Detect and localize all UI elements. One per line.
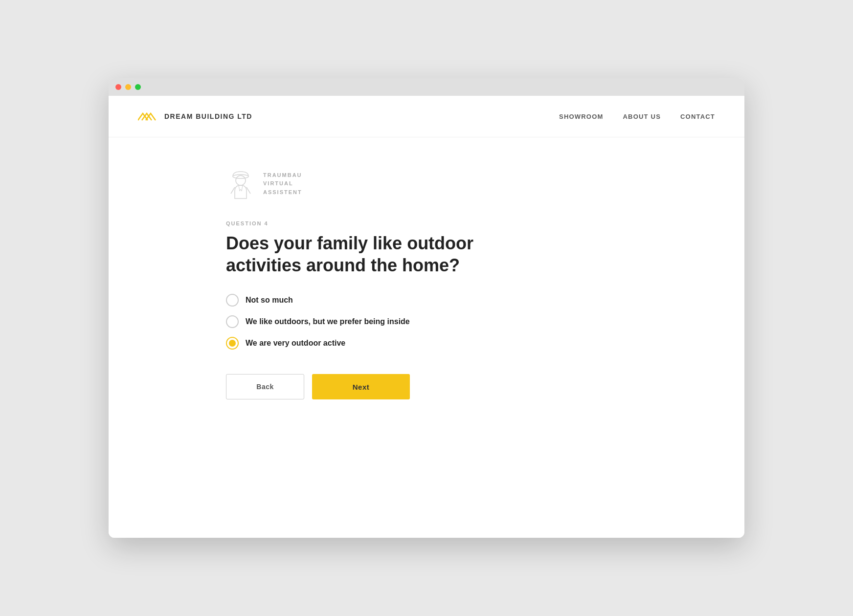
assistant-text: TRAUMBAU VIRTUAL ASSISTENT [263, 171, 302, 197]
option-2[interactable]: We like outdoors, but we prefer being in… [226, 315, 715, 328]
brand: DREAM BUILDING LTD [138, 110, 252, 123]
question-label: QUESTION 4 [226, 220, 715, 226]
brand-logo [138, 110, 158, 123]
assistant-badge: TRAUMBAU VIRTUAL ASSISTENT [226, 167, 715, 201]
options-list: Not so much We like outdoors, but we pre… [226, 294, 715, 350]
nav-links: SHOWROOM ABOUT US CONTACT [559, 113, 715, 120]
title-bar [109, 78, 744, 96]
maximize-dot[interactable] [135, 84, 141, 90]
navbar: DREAM BUILDING LTD SHOWROOM ABOUT US CON… [109, 96, 744, 137]
question-title: Does your family like outdoor activities… [226, 232, 480, 276]
nav-about[interactable]: ABOUT US [623, 113, 661, 120]
radio-2[interactable] [226, 315, 239, 328]
option-3-label: We are very outdoor active [246, 339, 345, 348]
next-button[interactable]: Next [312, 374, 410, 399]
browser-content: DREAM BUILDING LTD SHOWROOM ABOUT US CON… [109, 96, 744, 538]
browser-window: DREAM BUILDING LTD SHOWROOM ABOUT US CON… [109, 78, 744, 538]
close-dot[interactable] [115, 84, 121, 90]
brand-name: DREAM BUILDING LTD [164, 112, 252, 120]
radio-3-inner [229, 340, 236, 347]
minimize-dot[interactable] [125, 84, 131, 90]
radio-1[interactable] [226, 294, 239, 307]
svg-point-0 [233, 175, 248, 178]
main-content: TRAUMBAU VIRTUAL ASSISTENT QUESTION 4 Do… [109, 137, 744, 538]
option-2-label: We like outdoors, but we prefer being in… [246, 317, 410, 326]
back-button[interactable]: Back [226, 374, 304, 399]
button-row: Back Next [226, 374, 715, 399]
radio-3[interactable] [226, 337, 239, 350]
worker-icon [226, 167, 255, 201]
option-1[interactable]: Not so much [226, 294, 715, 307]
option-3[interactable]: We are very outdoor active [226, 337, 715, 350]
nav-contact[interactable]: CONTACT [680, 113, 715, 120]
option-1-label: Not so much [246, 296, 293, 305]
nav-showroom[interactable]: SHOWROOM [559, 113, 603, 120]
svg-point-1 [236, 176, 246, 185]
